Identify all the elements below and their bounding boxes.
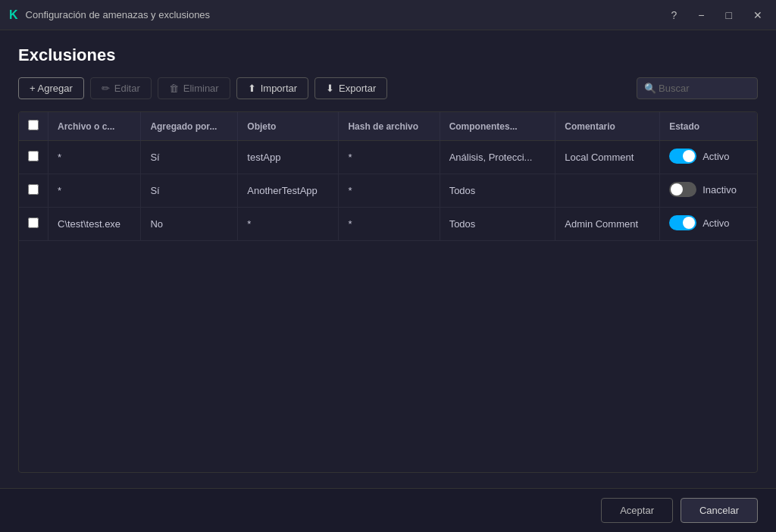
cell-comment: Local Comment [555, 141, 660, 174]
export-icon: ⬇ [326, 83, 334, 94]
toggle-2[interactable] [669, 215, 696, 230]
cell-comment: Admin Comment [555, 208, 660, 241]
footer: Aceptar Cancelar [0, 488, 776, 532]
header-hash: Hash de archivo [339, 112, 440, 141]
window-controls: ? − □ ✕ [667, 7, 767, 23]
import-icon: ⬆ [248, 83, 256, 94]
status-text: Activo [702, 151, 729, 162]
cell-components: Análisis, Protecci... [440, 141, 555, 174]
row-checkbox-1[interactable] [28, 184, 39, 195]
cell-added-by: Sí [141, 141, 238, 174]
cell-components: Todos [440, 208, 555, 241]
row-checkbox-2[interactable] [28, 217, 39, 228]
delete-button[interactable]: 🗑 Eliminar [158, 77, 230, 99]
cell-file: * [48, 141, 141, 174]
cell-object: * [238, 208, 339, 241]
cell-status: Activo [660, 141, 757, 174]
title-bar: K Configuración de amenazas y exclusione… [0, 0, 776, 30]
main-content: Exclusiones + Agregar ✏ Editar 🗑 Elimina… [0, 30, 776, 488]
maximize-button[interactable]: □ [721, 7, 737, 23]
status-text: Activo [702, 217, 729, 229]
cell-file: C\test\test.exe [48, 208, 141, 241]
header-components: Componentes... [440, 112, 555, 141]
header-file: Archivo o c... [48, 112, 141, 141]
page-title: Exclusiones [18, 45, 758, 65]
cell-hash: * [339, 141, 440, 174]
cancel-button[interactable]: Cancelar [681, 498, 758, 523]
app-logo: K [9, 8, 18, 22]
cell-status: Activo [660, 208, 757, 241]
search-wrapper: 🔍 [637, 77, 758, 99]
toggle-1[interactable] [669, 182, 696, 197]
header-comment: Comentario [555, 112, 660, 141]
delete-icon: 🗑 [169, 83, 179, 94]
cell-status: Inactivo [660, 174, 757, 208]
cell-hash: * [339, 208, 440, 241]
table-row: *SíAnotherTestApp*TodosInactivo [19, 174, 757, 208]
header-checkbox-col [19, 112, 48, 141]
import-label: Importar [261, 83, 297, 94]
window-title: Configuración de amenazas y exclusiones [26, 9, 667, 20]
main-window: K Configuración de amenazas y exclusione… [0, 0, 776, 532]
cell-comment [555, 174, 660, 208]
cell-object: testApp [238, 141, 339, 174]
table-row: *SítestApp*Análisis, Protecci...Local Co… [19, 141, 757, 174]
row-checkbox-0[interactable] [28, 151, 39, 161]
header-status: Estado [660, 112, 757, 141]
cell-added-by: Sí [141, 174, 238, 208]
toggle-0[interactable] [669, 149, 696, 164]
edit-button[interactable]: ✏ Editar [90, 77, 152, 99]
header-added-by: Agregado por... [141, 112, 238, 141]
cell-object: AnotherTestApp [238, 174, 339, 208]
import-button[interactable]: ⬆ Importar [236, 77, 308, 99]
exclusions-table: Archivo o c... Agregado por... Objeto Ha… [19, 112, 757, 241]
edit-icon: ✏ [102, 83, 110, 94]
add-button[interactable]: + Agregar [18, 77, 84, 99]
export-button[interactable]: ⬇ Exportar [314, 77, 387, 99]
close-button[interactable]: ✕ [749, 7, 767, 23]
table-row: C\test\test.exeNo**TodosAdmin CommentAct… [19, 208, 757, 241]
toolbar: + Agregar ✏ Editar 🗑 Eliminar ⬆ Importar… [18, 77, 758, 99]
export-label: Exportar [339, 83, 376, 94]
table-header-row: Archivo o c... Agregado por... Objeto Ha… [19, 112, 757, 141]
header-object: Objeto [238, 112, 339, 141]
cell-components: Todos [440, 174, 555, 208]
delete-label: Eliminar [183, 83, 219, 94]
search-input[interactable] [637, 77, 758, 99]
accept-button[interactable]: Aceptar [601, 498, 673, 523]
minimize-button[interactable]: − [693, 7, 709, 23]
select-all-checkbox[interactable] [28, 120, 39, 130]
exclusions-table-container: Archivo o c... Agregado por... Objeto Ha… [18, 111, 758, 473]
cell-file: * [48, 174, 141, 208]
cell-hash: * [339, 174, 440, 208]
status-text: Inactivo [702, 184, 737, 196]
edit-label: Editar [114, 83, 140, 94]
cell-added-by: No [141, 208, 238, 241]
help-button[interactable]: ? [667, 7, 682, 23]
